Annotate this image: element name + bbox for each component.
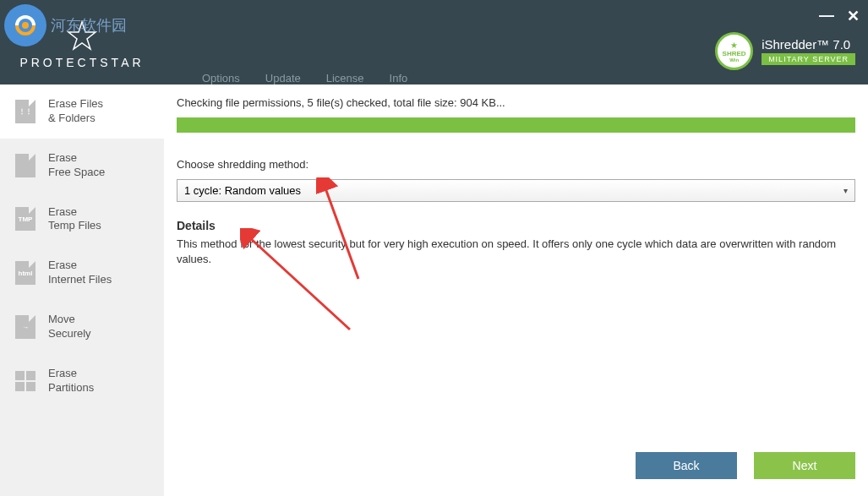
sidebar-item-label: Move Securely [48, 313, 91, 341]
dropdown-value: 1 cycle: Random values [184, 184, 301, 197]
freespace-icon [15, 154, 35, 177]
sidebar-item-move-securely[interactable]: → Move Securely [0, 300, 164, 354]
status-text: Checking file permissions, 5 file(s) che… [177, 96, 855, 109]
next-button[interactable]: Next [754, 452, 855, 479]
sidebar-item-label: Erase Partitions [48, 367, 94, 395]
shred-badge-icon: ★ SHRED Win [715, 32, 753, 70]
watermark-text: 河东软件园 [51, 15, 127, 35]
method-label: Choose shredding method: [177, 158, 855, 171]
app-header: PROTECTSTAR — ✕ Options Update License I… [0, 0, 868, 84]
details-heading: Details [177, 219, 855, 232]
sidebar-item-label: Erase Files & Folders [48, 97, 103, 126]
details-text: This method for the lowest security but … [177, 237, 855, 267]
sidebar-item-erase-freespace[interactable]: Erase Free Space [0, 139, 164, 193]
product-badge: ★ SHRED Win iShredder™ 7.0 MILITARY SERV… [715, 32, 868, 91]
sidebar-item-erase-internet[interactable]: html Erase Internet Files [0, 246, 164, 300]
files-icon: ⋮⋮ [15, 100, 35, 123]
sidebar-item-label: Erase Free Space [48, 151, 105, 180]
product-name: iShredder™ 7.0 [762, 37, 855, 52]
chevron-down-icon: ▾ [843, 186, 848, 195]
window-controls: — ✕ [164, 0, 868, 32]
sidebar-item-erase-temp[interactable]: TMP Erase Temp Files [0, 193, 164, 247]
back-button[interactable]: Back [636, 452, 737, 479]
sidebar-item-erase-partitions[interactable]: Erase Partitions [0, 354, 164, 408]
watermark-overlay: 河东软件园 [4, 4, 127, 46]
brand-name: PROTECTSTAR [19, 56, 144, 69]
product-edition: MILITARY SERVER [762, 53, 855, 65]
minimize-button[interactable]: — [819, 7, 834, 25]
sidebar-item-label: Erase Temp Files [48, 205, 101, 234]
footer-buttons: Back Next [636, 452, 855, 479]
temp-icon: TMP [15, 207, 35, 231]
move-icon: → [15, 315, 35, 339]
method-dropdown[interactable]: 1 cycle: Random values ▾ [177, 179, 855, 202]
watermark-icon [4, 4, 46, 46]
close-button[interactable]: ✕ [847, 7, 860, 25]
progress-bar [177, 117, 855, 133]
internet-icon: html [15, 261, 35, 285]
svg-point-0 [22, 22, 29, 29]
partition-icon [15, 371, 35, 391]
sidebar-item-erase-files[interactable]: ⋮⋮ Erase Files & Folders [0, 84, 164, 139]
sidebar: ⋮⋮ Erase Files & Folders Erase Free Spac… [0, 84, 164, 496]
main-content: Checking file permissions, 5 file(s) che… [164, 84, 868, 496]
sidebar-item-label: Erase Internet Files [48, 259, 112, 287]
